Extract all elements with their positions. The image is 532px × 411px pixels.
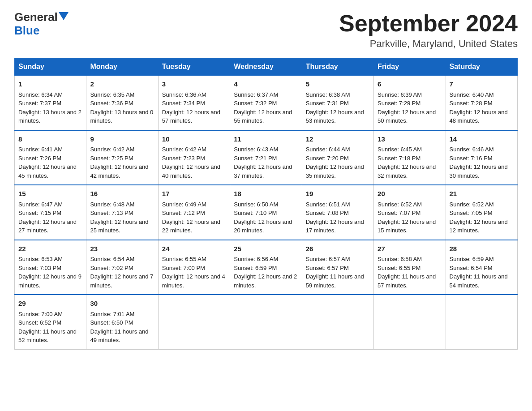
day-number: 9 xyxy=(90,134,154,145)
sunset-label: Sunset: 7:18 PM xyxy=(378,155,420,162)
day-number: 24 xyxy=(162,244,226,254)
svg-marker-0 xyxy=(59,12,69,20)
daylight-label: Daylight: 12 hours and 57 minutes. xyxy=(162,109,220,124)
daylight-label: Daylight: 12 hours and 37 minutes. xyxy=(234,163,292,179)
column-header-tuesday: Tuesday xyxy=(158,58,230,76)
daylight-label: Daylight: 12 hours and 20 minutes. xyxy=(234,218,292,234)
sunrise-label: Sunrise: 6:36 AM xyxy=(162,91,206,98)
day-number: 3 xyxy=(162,79,226,90)
calendar-cell: 7Sunrise: 6:40 AMSunset: 7:28 PMDaylight… xyxy=(446,76,517,130)
calendar-cell: 14Sunrise: 6:46 AMSunset: 7:16 PMDayligh… xyxy=(446,130,517,185)
calendar-cell: 5Sunrise: 6:38 AMSunset: 7:31 PMDaylight… xyxy=(302,76,373,130)
calendar-cell xyxy=(302,295,373,349)
calendar-week-row: 1Sunrise: 6:34 AMSunset: 7:37 PMDaylight… xyxy=(15,76,518,130)
sunrise-label: Sunrise: 6:43 AM xyxy=(234,146,278,153)
day-number: 29 xyxy=(18,299,82,309)
daylight-label: Daylight: 12 hours and 9 minutes. xyxy=(18,273,82,289)
sunset-label: Sunset: 7:36 PM xyxy=(90,100,133,107)
sunrise-label: Sunrise: 6:38 AM xyxy=(306,91,350,98)
column-header-saturday: Saturday xyxy=(446,58,517,76)
daylight-label: Daylight: 12 hours and 53 minutes. xyxy=(306,109,364,124)
sunrise-label: Sunrise: 6:34 AM xyxy=(18,91,63,98)
sunrise-label: Sunrise: 6:39 AM xyxy=(378,91,422,98)
daylight-label: Daylight: 13 hours and 2 minutes. xyxy=(18,109,82,124)
calendar-cell xyxy=(158,295,230,349)
sunset-label: Sunset: 7:03 PM xyxy=(18,265,61,271)
day-number: 25 xyxy=(234,244,298,254)
sunrise-label: Sunrise: 6:48 AM xyxy=(90,201,134,208)
calendar-header-row: SundayMondayTuesdayWednesdayThursdayFrid… xyxy=(15,58,518,76)
sunrise-label: Sunrise: 6:42 AM xyxy=(162,146,206,153)
day-number: 23 xyxy=(90,244,154,254)
day-number: 16 xyxy=(90,189,154,199)
sunrise-label: Sunrise: 6:53 AM xyxy=(18,256,63,262)
calendar-cell: 27Sunrise: 6:58 AMSunset: 6:55 PMDayligh… xyxy=(374,240,446,295)
sunrise-label: Sunrise: 6:51 AM xyxy=(306,201,350,208)
daylight-label: Daylight: 12 hours and 48 minutes. xyxy=(450,109,508,124)
title-area: September 2024 Parkville, Maryland, Unit… xyxy=(339,11,518,50)
calendar-cell xyxy=(374,295,446,349)
calendar-cell: 11Sunrise: 6:43 AMSunset: 7:21 PMDayligh… xyxy=(230,130,302,185)
day-number: 30 xyxy=(90,299,154,309)
sunrise-label: Sunrise: 6:42 AM xyxy=(90,146,134,153)
day-number: 26 xyxy=(306,244,370,254)
day-number: 18 xyxy=(234,189,298,199)
daylight-label: Daylight: 12 hours and 22 minutes. xyxy=(162,218,220,234)
sunset-label: Sunset: 7:12 PM xyxy=(162,210,205,216)
calendar-cell: 10Sunrise: 6:42 AMSunset: 7:23 PMDayligh… xyxy=(158,130,230,185)
daylight-label: Daylight: 12 hours and 27 minutes. xyxy=(18,218,77,234)
calendar-cell: 29Sunrise: 7:00 AMSunset: 6:52 PMDayligh… xyxy=(15,295,86,349)
sunrise-label: Sunrise: 6:35 AM xyxy=(90,91,134,98)
column-header-thursday: Thursday xyxy=(302,58,373,76)
sunset-label: Sunset: 6:52 PM xyxy=(18,319,61,326)
sunset-label: Sunset: 7:07 PM xyxy=(378,210,420,216)
column-header-wednesday: Wednesday xyxy=(230,58,302,76)
day-number: 7 xyxy=(450,79,514,90)
sunrise-label: Sunrise: 6:58 AM xyxy=(378,256,422,262)
daylight-label: Daylight: 11 hours and 57 minutes. xyxy=(378,273,436,289)
calendar-cell: 2Sunrise: 6:35 AMSunset: 7:36 PMDaylight… xyxy=(86,76,158,130)
daylight-label: Daylight: 12 hours and 50 minutes. xyxy=(378,109,436,124)
sunrise-label: Sunrise: 6:50 AM xyxy=(234,201,278,208)
calendar-cell: 26Sunrise: 6:57 AMSunset: 6:57 PMDayligh… xyxy=(302,240,373,295)
daylight-label: Daylight: 12 hours and 32 minutes. xyxy=(378,163,436,179)
logo-triangle-icon xyxy=(59,12,69,20)
calendar-week-row: 8Sunrise: 6:41 AMSunset: 7:26 PMDaylight… xyxy=(15,130,518,185)
day-number: 12 xyxy=(306,134,370,145)
day-number: 21 xyxy=(450,189,514,199)
day-number: 6 xyxy=(378,79,442,90)
column-header-friday: Friday xyxy=(374,58,446,76)
calendar-cell: 20Sunrise: 6:52 AMSunset: 7:07 PMDayligh… xyxy=(374,185,446,240)
logo: General Blue xyxy=(14,11,69,38)
daylight-label: Daylight: 11 hours and 49 minutes. xyxy=(90,328,148,344)
day-number: 4 xyxy=(234,79,298,90)
daylight-label: Daylight: 12 hours and 35 minutes. xyxy=(306,163,364,179)
calendar-cell: 28Sunrise: 6:59 AMSunset: 6:54 PMDayligh… xyxy=(446,240,517,295)
daylight-label: Daylight: 13 hours and 0 minutes. xyxy=(90,109,153,124)
sunrise-label: Sunrise: 6:40 AM xyxy=(450,91,494,98)
sunrise-label: Sunrise: 7:00 AM xyxy=(18,311,63,317)
sunset-label: Sunset: 6:54 PM xyxy=(450,265,493,271)
daylight-label: Daylight: 11 hours and 59 minutes. xyxy=(306,273,364,289)
sunset-label: Sunset: 7:10 PM xyxy=(234,210,277,216)
calendar-cell: 19Sunrise: 6:51 AMSunset: 7:08 PMDayligh… xyxy=(302,185,373,240)
sunset-label: Sunset: 7:08 PM xyxy=(306,210,349,216)
location-title: Parkville, Maryland, United States xyxy=(339,38,518,50)
logo-blue: Blue xyxy=(14,24,39,38)
daylight-label: Daylight: 12 hours and 4 minutes. xyxy=(162,273,225,289)
sunrise-label: Sunrise: 6:52 AM xyxy=(378,201,422,208)
calendar-cell: 9Sunrise: 6:42 AMSunset: 7:25 PMDaylight… xyxy=(86,130,158,185)
sunset-label: Sunset: 7:23 PM xyxy=(162,155,205,162)
day-number: 10 xyxy=(162,134,226,145)
calendar-cell: 6Sunrise: 6:39 AMSunset: 7:29 PMDaylight… xyxy=(374,76,446,130)
sunset-label: Sunset: 6:50 PM xyxy=(90,319,133,326)
sunset-label: Sunset: 7:21 PM xyxy=(234,155,277,162)
sunrise-label: Sunrise: 6:49 AM xyxy=(162,201,206,208)
sunrise-label: Sunrise: 6:44 AM xyxy=(306,146,350,153)
calendar-cell: 15Sunrise: 6:47 AMSunset: 7:15 PMDayligh… xyxy=(15,185,86,240)
sunset-label: Sunset: 7:00 PM xyxy=(162,265,205,271)
calendar-cell: 22Sunrise: 6:53 AMSunset: 7:03 PMDayligh… xyxy=(15,240,86,295)
sunrise-label: Sunrise: 6:37 AM xyxy=(234,91,278,98)
sunrise-label: Sunrise: 7:01 AM xyxy=(90,311,134,317)
calendar-cell: 3Sunrise: 6:36 AMSunset: 7:34 PMDaylight… xyxy=(158,76,230,130)
